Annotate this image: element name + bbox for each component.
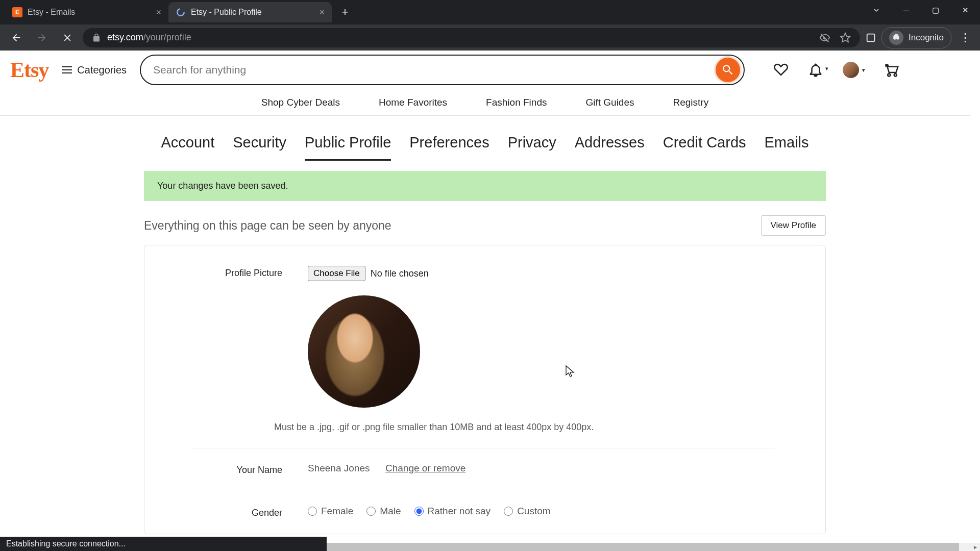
profile-form: Profile Picture Choose File No file chos… <box>144 245 826 534</box>
hamburger-icon <box>62 66 72 73</box>
gender-option-male[interactable]: Male <box>366 506 401 517</box>
nav-link-registry[interactable]: Registry <box>673 97 709 108</box>
nav-link-home-favorites[interactable]: Home Favorites <box>379 97 447 108</box>
gender-option-female[interactable]: Female <box>308 506 353 517</box>
tab-preferences[interactable]: Preferences <box>409 134 489 161</box>
tab-search-icon[interactable] <box>862 0 891 20</box>
profile-picture-label: Profile Picture <box>190 266 308 279</box>
success-banner: Your changes have been saved. <box>144 171 826 201</box>
close-tab-icon[interactable]: × <box>156 7 161 18</box>
choose-file-button[interactable]: Choose File <box>308 266 365 281</box>
close-tab-icon[interactable]: × <box>319 7 325 18</box>
lock-icon <box>92 33 101 42</box>
new-tab-button[interactable]: + <box>336 3 354 21</box>
etsy-favicon: E <box>12 7 22 17</box>
change-name-link[interactable]: Change or remove <box>385 463 465 473</box>
radio-female[interactable] <box>308 507 317 516</box>
tab-security[interactable]: Security <box>233 134 286 161</box>
categories-label: Categories <box>77 64 127 76</box>
radio-custom[interactable] <box>504 507 513 516</box>
tab-emails[interactable]: Emails <box>765 134 809 161</box>
incognito-label: Incognito <box>909 33 944 43</box>
svg-marker-1 <box>841 33 850 41</box>
loading-favicon <box>176 7 186 17</box>
search-input[interactable] <box>153 64 714 76</box>
chevron-down-icon: ▾ <box>862 67 865 73</box>
search-button[interactable] <box>714 56 742 84</box>
stop-reload-button[interactable] <box>57 28 78 48</box>
page-subheading: Everything on this page can be seen by a… <box>144 219 391 233</box>
url-path: /your/profile <box>143 32 191 42</box>
notifications-button[interactable]: ▾ <box>808 62 823 78</box>
bell-icon <box>808 62 823 78</box>
minimize-button[interactable]: ─ <box>891 0 921 20</box>
nav-links: Shop Cyber Deals Home Favorites Fashion … <box>0 89 970 116</box>
radio-male[interactable] <box>366 507 376 516</box>
maximize-button[interactable]: ▢ <box>921 0 950 20</box>
avatar-icon <box>843 62 859 78</box>
file-hint: Must be a .jpg, .gif or .png file smalle… <box>274 422 774 433</box>
url-domain: etsy.com <box>107 32 143 42</box>
address-bar[interactable]: etsy.com/your/profile <box>83 28 860 47</box>
tab-public-profile[interactable]: Public Profile <box>305 134 391 161</box>
tab-title: Etsy - Emails <box>28 8 75 17</box>
favorites-button[interactable] <box>773 62 789 78</box>
eye-off-icon[interactable] <box>819 32 830 43</box>
search-bar[interactable] <box>140 55 745 85</box>
account-menu[interactable]: ▾ <box>843 62 865 78</box>
tab-addresses[interactable]: Addresses <box>575 134 645 161</box>
svg-point-0 <box>177 9 184 16</box>
radio-rather-not-say[interactable] <box>414 507 424 516</box>
forward-button[interactable] <box>32 28 52 48</box>
nav-link-gift-guides[interactable]: Gift Guides <box>585 97 634 108</box>
close-window-button[interactable]: ✕ <box>950 0 980 20</box>
cart-button[interactable] <box>885 62 900 78</box>
profile-picture-preview <box>308 295 420 408</box>
scroll-right-arrow[interactable]: ► <box>971 543 980 551</box>
tab-credit-cards[interactable]: Credit Cards <box>663 134 746 161</box>
browser-menu-button[interactable]: ⋮ <box>957 31 974 44</box>
tab-privacy[interactable]: Privacy <box>508 134 556 161</box>
settings-tabs: Account Security Public Profile Preferen… <box>161 134 808 161</box>
star-icon[interactable] <box>840 32 851 43</box>
browser-status-bar: Establishing secure connection... <box>0 537 327 551</box>
view-profile-button[interactable]: View Profile <box>761 215 826 236</box>
name-value: Sheena Jones <box>308 463 370 473</box>
etsy-logo[interactable]: Etsy <box>10 58 48 82</box>
categories-button[interactable]: Categories <box>62 64 127 76</box>
cart-icon <box>885 62 900 78</box>
back-button[interactable] <box>6 28 27 48</box>
incognito-indicator[interactable]: Incognito <box>881 27 951 48</box>
incognito-icon <box>889 31 903 45</box>
tab-title: Etsy - Public Profile <box>191 8 262 17</box>
extensions-icon[interactable] <box>865 32 876 43</box>
nav-link-cyber-deals[interactable]: Shop Cyber Deals <box>261 97 340 108</box>
browser-tab-emails[interactable]: E Etsy - Emails × <box>5 2 168 22</box>
tab-account[interactable]: Account <box>161 134 214 161</box>
gender-option-rather-not-say[interactable]: Rather not say <box>414 506 491 517</box>
nav-link-fashion-finds[interactable]: Fashion Finds <box>486 97 547 108</box>
heart-icon <box>773 62 789 78</box>
search-icon <box>721 63 734 77</box>
no-file-text: No file chosen <box>371 268 429 279</box>
gender-label: Gender <box>190 506 308 518</box>
browser-tab-profile[interactable]: Etsy - Public Profile × <box>168 2 332 22</box>
gender-option-custom[interactable]: Custom <box>504 506 550 517</box>
svg-rect-2 <box>867 34 875 41</box>
your-name-label: Your Name <box>190 463 308 475</box>
